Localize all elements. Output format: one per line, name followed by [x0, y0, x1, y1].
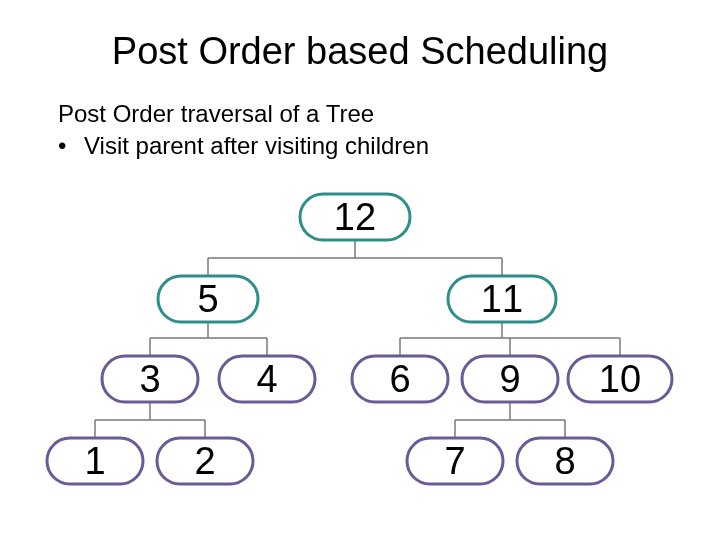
node-7: 7: [407, 438, 503, 484]
svg-text:6: 6: [389, 358, 410, 400]
node-6: 6: [352, 356, 448, 402]
svg-text:11: 11: [481, 278, 523, 320]
bullet-item-1: • Visit parent after visiting children: [58, 130, 429, 162]
subtitle-block: Post Order traversal of a Tree • Visit p…: [58, 98, 429, 163]
svg-text:9: 9: [499, 358, 520, 400]
node-1: 1: [47, 438, 143, 484]
node-2: 2: [157, 438, 253, 484]
svg-text:5: 5: [197, 278, 218, 320]
node-8: 8: [517, 438, 613, 484]
edge-3-children: [95, 402, 205, 438]
node-9: 9: [462, 356, 558, 402]
svg-text:1: 1: [84, 440, 105, 482]
edge-11-children: [400, 320, 620, 356]
bullet-text: Visit parent after visiting children: [84, 130, 429, 162]
svg-text:8: 8: [554, 440, 575, 482]
subtitle-line-1: Post Order traversal of a Tree: [58, 98, 429, 130]
svg-text:2: 2: [194, 440, 215, 482]
node-4: 4: [219, 356, 315, 402]
edge-12-children: [208, 240, 502, 276]
node-11: 11: [448, 276, 556, 322]
bullet-dot-icon: •: [58, 130, 84, 162]
edge-5-children: [150, 320, 267, 356]
svg-text:12: 12: [334, 196, 376, 238]
svg-text:4: 4: [256, 358, 277, 400]
svg-text:7: 7: [444, 440, 465, 482]
edge-9-children: [455, 402, 565, 438]
svg-text:3: 3: [139, 358, 160, 400]
node-12: 12: [300, 194, 410, 240]
svg-text:10: 10: [599, 358, 641, 400]
page-title: Post Order based Scheduling: [0, 30, 720, 73]
tree-diagram: 12 5 11 3 4 6 9 10 1 2 7: [0, 180, 720, 540]
node-3: 3: [102, 356, 198, 402]
node-5: 5: [158, 276, 258, 322]
node-10: 10: [568, 356, 672, 402]
